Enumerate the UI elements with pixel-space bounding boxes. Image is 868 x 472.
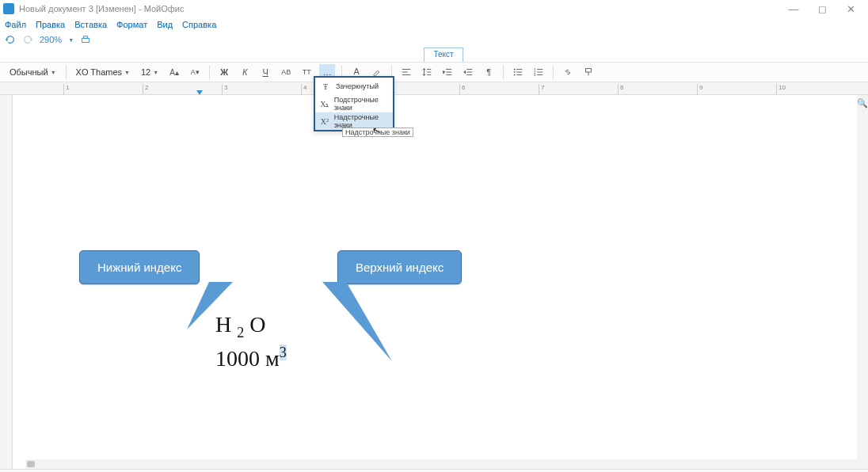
menu-help[interactable]: Справка <box>182 20 216 29</box>
formatting-dropdown: Ŧ Зачеркнутый X₁ Подстрочные знаки X² На… <box>314 76 394 131</box>
font-value: XO Thames <box>76 67 123 77</box>
svg-text:3: 3 <box>534 73 536 77</box>
increase-size-button[interactable]: A▴ <box>166 64 182 80</box>
svg-rect-8 <box>586 69 592 72</box>
document-page[interactable]: H 2 O 1000 м3 Нижний индекс Верхний инде… <box>13 95 868 469</box>
svg-point-3 <box>514 71 516 73</box>
menubar: Файл Правка Вставка Формат Вид Справка <box>0 17 868 32</box>
toolbar: Обычный▼ XO Thames▼ 12▼ A▴ A▾ Ж К Ч AB T… <box>0 62 868 82</box>
statusbar: СТРАНИЦА 1 из 1 − + 290% <box>0 469 868 472</box>
decrease-indent-button[interactable] <box>440 64 455 80</box>
svg-rect-1 <box>83 36 87 39</box>
subscript-icon: X₁ <box>320 100 329 108</box>
callout-upper-index: Верхний индекс <box>337 250 462 284</box>
strikethrough-icon: Ŧ <box>320 82 331 91</box>
dd-strikethrough[interactable]: Ŧ Зачеркнутый <box>315 78 393 95</box>
print-icon[interactable] <box>80 34 91 45</box>
maximize-button[interactable]: ◻ <box>808 3 836 15</box>
callout-tail <box>322 282 392 361</box>
style-value: Обычный <box>10 67 48 77</box>
font-combo[interactable]: XO Thames▼ <box>73 64 133 80</box>
zoom-value[interactable]: 290% <box>40 35 62 44</box>
chevron-down-icon: ▼ <box>51 70 56 75</box>
ruler-tick: 8 <box>618 84 623 96</box>
chevron-down-icon: ▼ <box>153 70 158 75</box>
bullets-button[interactable] <box>510 64 526 80</box>
minimize-button[interactable]: — <box>779 3 808 15</box>
style-combo[interactable]: Обычный▼ <box>6 64 59 80</box>
ribbon-tabs: Текст <box>0 48 868 62</box>
find-icon[interactable]: 🔍 <box>857 98 868 108</box>
ruler-tick: 10 <box>776 84 786 96</box>
page-area: H 2 O 1000 м3 Нижний индекс Верхний инде… <box>13 95 868 469</box>
svg-point-4 <box>514 74 516 76</box>
ruler-tick: 4 <box>301 84 306 96</box>
callout-label: Нижний индекс <box>79 250 200 284</box>
titlebar: Новый документ 3 [Изменен] - МойОфис — ◻… <box>0 0 868 17</box>
dd-label: Подстрочные знаки <box>334 96 388 112</box>
horizontal-scrollbar[interactable] <box>25 459 857 469</box>
callout-lower-index: Нижний индекс <box>79 250 200 284</box>
doc-line-2[interactable]: 1000 м3 <box>215 343 287 374</box>
dd-label: Зачеркнутый <box>336 82 379 90</box>
close-button[interactable]: ✕ <box>836 3 865 15</box>
text-1000m: 1000 м <box>215 346 280 371</box>
menu-view[interactable]: Вид <box>157 20 173 29</box>
dd-label: Надстрочные знаки <box>334 113 388 129</box>
decrease-size-button[interactable]: A▾ <box>187 64 203 80</box>
numbering-button[interactable]: 123 <box>531 64 546 80</box>
window-title: Новый документ 3 [Изменен] - МойОфис <box>19 4 779 13</box>
workspace: H 2 O 1000 м3 Нижний индекс Верхний инде… <box>0 95 868 469</box>
app-icon <box>3 3 14 14</box>
dd-subscript[interactable]: X₁ Подстрочные знаки <box>315 95 393 112</box>
separator <box>209 65 210 79</box>
paint-format-button[interactable] <box>581 64 596 80</box>
link-button[interactable] <box>560 64 576 80</box>
increase-indent-button[interactable] <box>460 64 476 80</box>
chevron-down-icon: ▼ <box>124 70 130 75</box>
bold-button[interactable]: Ж <box>216 64 232 80</box>
horizontal-ruler[interactable]: 12345678910 <box>0 82 868 95</box>
superscript-3: 3 <box>280 344 287 360</box>
text-O: O <box>249 312 265 337</box>
allcaps-button[interactable]: TT <box>299 64 314 80</box>
separator <box>553 65 554 79</box>
ruler-tick: 9 <box>697 84 702 96</box>
vertical-scrollbar[interactable]: 🔍 <box>857 95 868 469</box>
menu-edit[interactable]: Правка <box>36 20 65 29</box>
redo-icon[interactable] <box>22 34 33 45</box>
underline-button[interactable]: Ч <box>257 64 273 80</box>
line-spacing-button[interactable] <box>419 64 435 80</box>
callout-label: Верхний индекс <box>337 250 462 284</box>
doc-line-1[interactable]: H 2 O <box>215 309 287 343</box>
ruler-tick: 3 <box>222 84 227 96</box>
size-combo[interactable]: 12▼ <box>138 64 162 80</box>
svg-rect-0 <box>82 38 89 42</box>
quick-access-toolbar: 290% ▼ <box>0 32 868 48</box>
separator <box>66 65 67 79</box>
ruler-tick: 1 <box>63 84 69 96</box>
paragraph-button[interactable]: ¶ <box>481 64 497 80</box>
ruler-tick: 6 <box>459 84 465 96</box>
align-left-button[interactable] <box>398 64 414 80</box>
tab-text[interactable]: Текст <box>424 48 463 62</box>
italic-button[interactable]: К <box>237 64 253 80</box>
svg-point-2 <box>514 69 516 70</box>
zoom-dropdown-icon[interactable]: ▼ <box>68 37 74 43</box>
superscript-icon: X² <box>320 117 329 126</box>
subscript-2: 2 <box>237 325 244 341</box>
separator <box>503 65 504 79</box>
smallcaps-button[interactable]: AB <box>278 64 294 80</box>
scroll-thumb[interactable] <box>27 461 35 467</box>
vertical-ruler[interactable] <box>0 95 13 469</box>
menu-insert[interactable]: Вставка <box>74 20 107 29</box>
size-value: 12 <box>141 67 150 77</box>
document-content[interactable]: H 2 O 1000 м3 <box>215 309 287 374</box>
menu-file[interactable]: Файл <box>5 20 26 29</box>
ruler-tick: 2 <box>143 84 148 96</box>
ruler-tick: 7 <box>539 84 544 96</box>
menu-format[interactable]: Формат <box>116 20 147 29</box>
undo-icon[interactable] <box>5 34 16 45</box>
text-H: H <box>215 312 231 337</box>
